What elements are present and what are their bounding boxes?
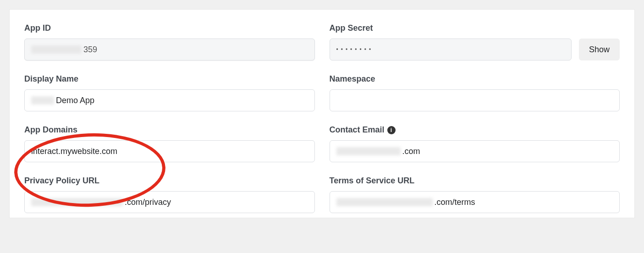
show-secret-button[interactable]: Show: [579, 38, 620, 60]
field-privacy-policy: Privacy Policy URL .com/privacy: [24, 176, 315, 213]
label-contact-email-text: Contact Email: [330, 125, 385, 135]
label-terms-of-service: Terms of Service URL: [330, 176, 620, 186]
app-id-readonly: 359: [24, 38, 315, 60]
label-app-secret: App Secret: [330, 23, 620, 33]
label-privacy-policy: Privacy Policy URL: [24, 176, 315, 186]
settings-panel: App ID 359 App Secret •••••••• Show Disp…: [9, 9, 635, 218]
app-secret-mask: ••••••••: [336, 46, 374, 53]
field-namespace: Namespace: [330, 74, 620, 111]
privacy-policy-suffix: .com/privacy: [125, 198, 171, 207]
field-display-name: Display Name Demo App: [24, 74, 315, 111]
label-namespace: Namespace: [330, 74, 620, 84]
namespace-input[interactable]: [330, 89, 620, 111]
field-app-domains: App Domains: [24, 125, 315, 162]
privacy-policy-input[interactable]: .com/privacy: [24, 191, 315, 213]
contact-email-suffix: .com: [402, 147, 420, 156]
label-contact-email: Contact Email i: [330, 125, 620, 135]
redacted-segment: [31, 45, 82, 54]
field-contact-email: Contact Email i .com: [330, 125, 620, 162]
app-id-suffix: 359: [83, 45, 97, 55]
app-domains-input[interactable]: [24, 140, 315, 162]
display-name-input[interactable]: Demo App: [24, 89, 315, 111]
contact-email-input[interactable]: .com: [330, 140, 620, 162]
label-display-name: Display Name: [24, 74, 315, 84]
redacted-segment: [31, 96, 54, 104]
field-app-id: App ID 359: [24, 23, 315, 60]
redacted-segment: [31, 198, 123, 206]
info-icon[interactable]: i: [387, 126, 396, 134]
field-app-secret: App Secret •••••••• Show: [330, 23, 620, 60]
label-app-id: App ID: [24, 23, 315, 33]
terms-of-service-input[interactable]: .com/terms: [330, 191, 620, 213]
terms-of-service-suffix: .com/terms: [435, 198, 475, 207]
label-app-domains: App Domains: [24, 125, 315, 135]
app-secret-readonly: ••••••••: [330, 38, 572, 60]
redacted-segment: [336, 147, 401, 155]
redacted-segment: [336, 198, 433, 206]
display-name-suffix: Demo App: [56, 96, 94, 105]
field-terms-of-service: Terms of Service URL .com/terms: [330, 176, 620, 213]
